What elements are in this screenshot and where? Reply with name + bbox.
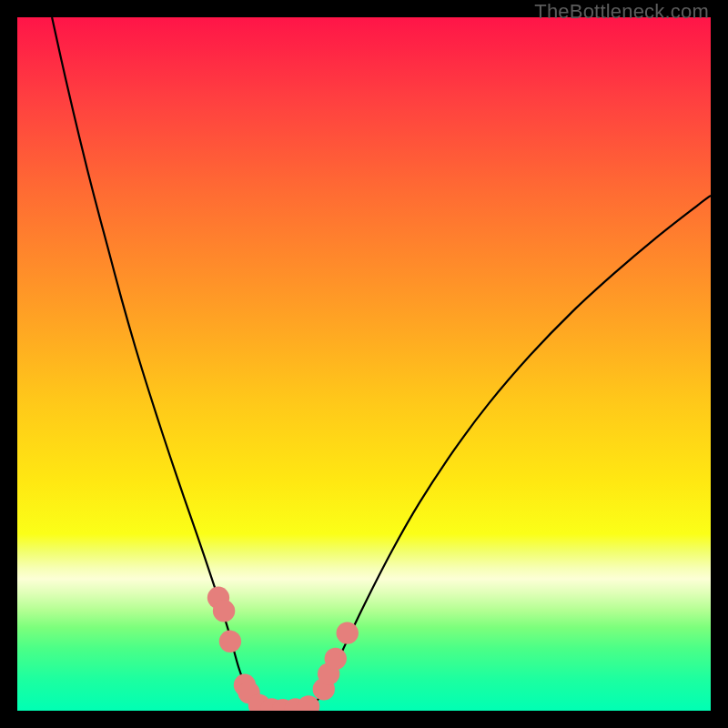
right-curve xyxy=(308,196,711,709)
marker-dot xyxy=(219,631,241,652)
watermark: TheBottleneck.com xyxy=(534,0,709,24)
marker-dot xyxy=(213,600,235,622)
marker-dot xyxy=(325,648,347,670)
marker-dot xyxy=(298,695,319,711)
marker-dot xyxy=(337,622,359,643)
markers xyxy=(207,587,359,711)
chart-overlay xyxy=(17,17,711,711)
